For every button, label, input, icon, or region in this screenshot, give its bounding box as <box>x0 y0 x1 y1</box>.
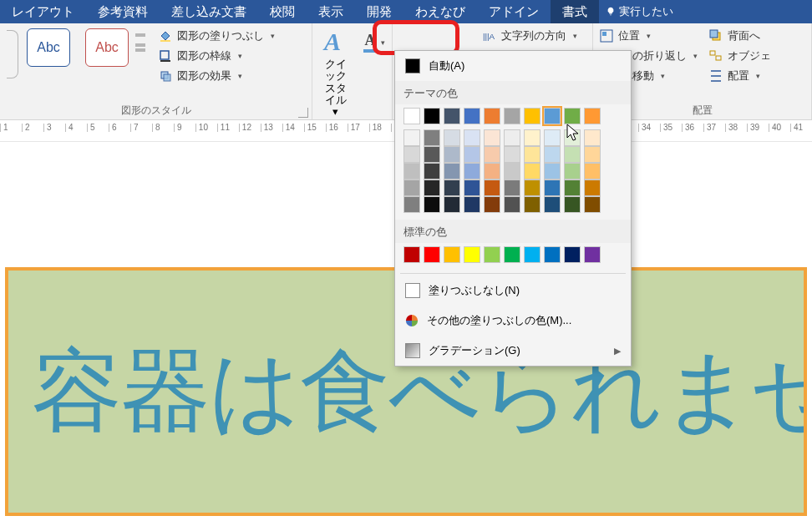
theme-shade-swatch[interactable] <box>403 129 420 146</box>
theme-color-swatch[interactable] <box>444 108 460 124</box>
shape-fill-button[interactable]: 図形の塗りつぶし▾ <box>159 28 275 43</box>
align-button[interactable]: 配置▾ <box>709 68 771 83</box>
theme-shade-swatch[interactable] <box>424 163 440 180</box>
theme-shade-swatch[interactable] <box>524 146 540 163</box>
theme-shade-swatch[interactable] <box>524 163 540 180</box>
theme-color-swatch[interactable] <box>403 108 420 124</box>
gallery-down-icon[interactable] <box>135 38 145 47</box>
theme-color-swatch[interactable] <box>424 108 440 124</box>
send-backward-button[interactable]: 背面へ <box>709 28 771 43</box>
tab-developer[interactable]: 開発 <box>355 0 403 23</box>
theme-color-swatch[interactable] <box>464 108 480 124</box>
auto-color-button[interactable]: 自動(A) <box>395 51 631 81</box>
theme-shade-swatch[interactable] <box>403 196 420 213</box>
selection-pane-button[interactable]: オブジェ <box>709 48 771 63</box>
position-button[interactable]: 位置▾ <box>600 28 698 43</box>
tell-me[interactable]: 実行したい <box>599 4 680 19</box>
theme-shade-swatch[interactable] <box>524 180 540 196</box>
standard-color-swatch[interactable] <box>584 246 601 263</box>
tab-review[interactable]: 校閲 <box>258 0 307 23</box>
theme-shade-swatch[interactable] <box>564 196 581 213</box>
tab-references[interactable]: 参考資料 <box>86 0 160 23</box>
standard-color-swatch[interactable] <box>464 246 480 263</box>
theme-shade-swatch[interactable] <box>524 196 540 213</box>
standard-color-swatch[interactable] <box>544 246 561 263</box>
theme-shade-swatch[interactable] <box>544 129 561 146</box>
theme-shade-swatch[interactable] <box>444 146 460 163</box>
theme-shade-swatch[interactable] <box>403 146 420 163</box>
theme-shade-swatch[interactable] <box>484 180 500 196</box>
theme-shade-swatch[interactable] <box>544 146 561 163</box>
theme-shade-swatch[interactable] <box>484 146 500 163</box>
theme-shade-swatch[interactable] <box>584 196 601 213</box>
theme-shade-swatch[interactable] <box>403 163 420 180</box>
more-colors-button[interactable]: その他の塗りつぶしの色(M)... <box>395 306 631 336</box>
theme-shade-swatch[interactable] <box>584 163 601 180</box>
theme-shade-swatch[interactable] <box>424 180 440 196</box>
theme-color-swatch[interactable] <box>484 108 500 124</box>
theme-shade-swatch[interactable] <box>564 146 581 163</box>
theme-shade-swatch[interactable] <box>484 196 500 213</box>
shape-style-thumb-1[interactable]: Abc <box>27 28 70 67</box>
theme-shade-swatch[interactable] <box>564 163 581 180</box>
standard-color-swatch[interactable] <box>524 246 540 263</box>
gallery-more-icon[interactable] <box>135 48 145 52</box>
theme-shade-swatch[interactable] <box>504 196 520 213</box>
theme-shade-swatch[interactable] <box>584 146 601 163</box>
theme-shade-swatch[interactable] <box>544 180 561 196</box>
theme-shade-swatch[interactable] <box>544 196 561 213</box>
theme-shade-swatch[interactable] <box>464 129 480 146</box>
theme-shade-swatch[interactable] <box>444 196 460 213</box>
theme-color-swatch[interactable] <box>584 108 601 124</box>
theme-shade-swatch[interactable] <box>464 196 480 213</box>
tab-view[interactable]: 表示 <box>307 0 355 23</box>
theme-color-swatch[interactable] <box>524 108 540 124</box>
theme-shade-swatch[interactable] <box>564 180 581 196</box>
theme-color-swatch[interactable] <box>564 108 581 124</box>
shape-style-gallery[interactable]: Abc Abc <box>27 28 129 67</box>
theme-shade-swatch[interactable] <box>444 180 460 196</box>
theme-shade-swatch[interactable] <box>504 129 520 146</box>
theme-shade-swatch[interactable] <box>544 163 561 180</box>
theme-shade-swatch[interactable] <box>464 180 480 196</box>
shape-style-thumb-2[interactable]: Abc <box>85 28 129 67</box>
theme-shade-swatch[interactable] <box>464 163 480 180</box>
tab-mailings[interactable]: 差し込み文書 <box>160 0 258 23</box>
gallery-up-icon[interactable] <box>135 28 145 37</box>
dialog-launcher-icon[interactable] <box>298 108 308 118</box>
theme-shade-swatch[interactable] <box>504 146 520 163</box>
theme-shade-swatch[interactable] <box>584 180 601 196</box>
standard-color-swatch[interactable] <box>484 246 500 263</box>
theme-shade-swatch[interactable] <box>424 196 440 213</box>
quick-styles-button[interactable]: A クイックスタイル ▾ <box>316 28 356 118</box>
theme-shade-swatch[interactable] <box>424 129 440 146</box>
standard-color-swatch[interactable] <box>564 246 581 263</box>
gradient-button[interactable]: グラデーション(G) ▶ <box>395 336 631 366</box>
standard-color-swatch[interactable] <box>403 246 420 263</box>
theme-color-swatch[interactable] <box>504 108 520 124</box>
tab-waenabi[interactable]: わえなび <box>403 0 477 23</box>
theme-shade-swatch[interactable] <box>504 180 520 196</box>
standard-color-swatch[interactable] <box>504 246 520 263</box>
theme-shade-swatch[interactable] <box>584 129 601 146</box>
theme-color-swatch[interactable] <box>544 108 561 124</box>
tab-layout[interactable]: レイアウト <box>0 0 86 23</box>
shape-outline-button[interactable]: 図形の枠線▾ <box>159 48 275 63</box>
theme-shade-swatch[interactable] <box>504 163 520 180</box>
tab-format[interactable]: 書式 <box>551 0 599 23</box>
standard-color-swatch[interactable] <box>424 246 440 263</box>
no-fill-button[interactable]: 塗りつぶしなし(N) <box>395 276 631 306</box>
theme-shade-swatch[interactable] <box>424 146 440 163</box>
tab-addins[interactable]: アドイン <box>477 0 551 23</box>
theme-shade-swatch[interactable] <box>403 180 420 196</box>
theme-shade-swatch[interactable] <box>524 129 540 146</box>
theme-shade-swatch[interactable] <box>564 129 581 146</box>
shape-effects-button[interactable]: 図形の効果▾ <box>159 68 275 83</box>
text-direction-button[interactable]: |||A 文字列の方向▾ <box>483 28 577 43</box>
standard-color-swatch[interactable] <box>444 246 460 263</box>
text-fill-button[interactable]: A▾ <box>359 28 389 56</box>
theme-shade-swatch[interactable] <box>464 146 480 163</box>
theme-shade-swatch[interactable] <box>484 129 500 146</box>
theme-shade-swatch[interactable] <box>444 163 460 180</box>
theme-shade-swatch[interactable] <box>484 163 500 180</box>
